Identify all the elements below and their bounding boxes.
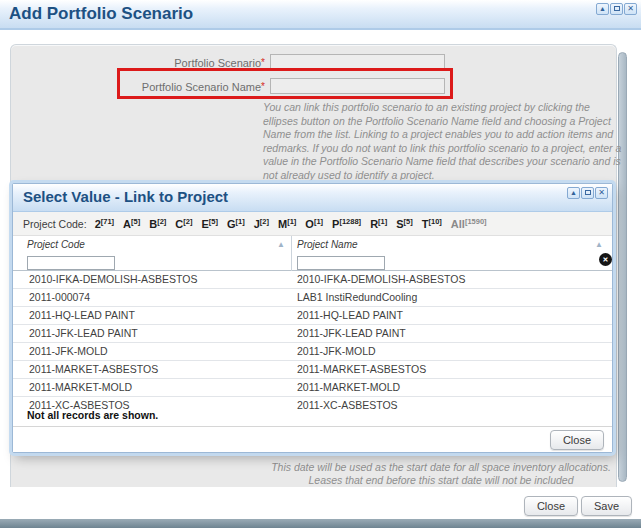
letter-filter-j[interactable]: J[2] [254,218,269,230]
select-dialog-title: Select Value - Link to Project [23,188,228,205]
save-button[interactable]: Save [581,496,632,516]
project-name-cell[interactable]: 2011-XC-ASBESTOS [297,399,398,411]
table-row[interactable]: 2011-MARKET-MOLD2011-MARKET-MOLD [13,379,612,397]
add-portfolio-scenario-window: Add Portfolio Scenario ▲ ✕ Portfolio Sce… [0,0,641,528]
sort-asc-icon[interactable]: ▲ [595,240,603,249]
project-name-cell[interactable]: 2011-JFK-LEAD PAINT [297,327,406,339]
project-code-cell[interactable]: 2011-JFK-LEAD PAINT [29,327,138,339]
table-row[interactable]: 2011-JFK-LEAD PAINT2011-JFK-LEAD PAINT [13,325,612,343]
letter-filter-all[interactable]: All[1590] [451,218,487,230]
project-name-cell[interactable]: 2011-MARKET-MOLD [297,381,400,393]
table-row[interactable]: 2011-MARKET-ASBESTOS2011-MARKET-ASBESTOS [13,361,612,379]
main-dialog-titlebar: Add Portfolio Scenario ▲ ✕ [0,0,641,30]
letter-filter-e[interactable]: E[5] [201,218,218,230]
project-name-cell[interactable]: 2011-JFK-MOLD [297,345,376,357]
select-window-controls: ▲ ✕ [567,187,608,199]
main-dialog-title: Add Portfolio Scenario [9,4,193,24]
maximize-square-shape [614,6,620,11]
table-body: 2010-IFKA-DEMOLISH-ASBESTOS2010-IFKA-DEM… [13,271,612,411]
letter-filter-s[interactable]: S[5] [396,218,413,230]
select-value-dialog: Select Value - Link to Project ▲ ✕ Proje… [12,183,613,453]
close-icon[interactable]: ✕ [595,187,608,199]
project-code-cell[interactable]: 2011-MARKET-ASBESTOS [29,363,158,375]
letter-filter-g[interactable]: G[1] [227,218,245,230]
table-row[interactable]: 2011-HQ-LEAD PAINT2011-HQ-LEAD PAINT [13,307,612,325]
table-row[interactable]: 2011-000074LAB1 InstiRedundCooling [13,289,612,307]
required-asterisk: * [261,57,265,68]
sort-asc-icon[interactable]: ▲ [277,240,285,249]
main-dialog-footer: Close Save [0,487,641,519]
project-name-column-header[interactable]: Project Name [297,239,358,250]
project-code-cell[interactable]: 2011-000074 [29,291,90,303]
project-code-cell[interactable]: 2010-IFKA-DEMOLISH-ASBESTOS [29,273,197,285]
project-code-column-header[interactable]: Project Code [27,239,85,250]
letter-filter-o[interactable]: O[1] [305,218,323,230]
project-name-cell[interactable]: LAB1 InstiRedundCooling [297,291,417,303]
table-row[interactable]: 2011-JFK-MOLD2011-JFK-MOLD [13,343,612,361]
table-row[interactable]: 2010-IFKA-DEMOLISH-ASBESTOS2010-IFKA-DEM… [13,271,612,289]
close-button[interactable]: Close [524,496,578,516]
project-name-cell[interactable]: 2011-MARKET-ASBESTOS [297,363,426,375]
letter-filter-m[interactable]: M[1] [278,218,296,230]
start-date-note: This date will be used as the start date… [255,461,627,487]
table-header: Project Code ▲ Project Name ▲ [13,236,612,271]
letter-filter-b[interactable]: B[2] [149,218,166,230]
select-dialog-titlebar: Select Value - Link to Project ▲ ✕ [13,184,612,212]
close-icon[interactable]: ✕ [624,3,637,15]
link-project-help-text: You can link this portfolio scenario to … [263,101,627,182]
letter-filter-c[interactable]: C[2] [175,218,192,230]
collapse-icon[interactable]: ▲ [567,187,580,199]
main-window-controls: ▲ ✕ [596,3,637,15]
maximize-icon[interactable] [581,187,594,199]
maximize-square-shape [585,190,591,195]
records-note: Not all records are shown. [27,409,158,421]
letter-filter-list: 2[71]A[5]B[2]C[2]E[5]G[1]J[2]M[1]O[1]P[1… [95,217,496,231]
window-bottom-strip [0,519,641,528]
project-code-filter-label: Project Code: [23,218,87,230]
letter-filter-bar: Project Code: 2[71]A[5]B[2]C[2]E[5]G[1]J… [13,212,612,236]
maximize-icon[interactable] [610,3,623,15]
project-name-cell[interactable]: 2011-HQ-LEAD PAINT [297,309,403,321]
select-dialog-close-button[interactable]: Close [550,430,604,450]
letter-filter-r[interactable]: R[1] [370,218,387,230]
letter-filter-p[interactable]: P[1288] [332,218,361,230]
column-divider [291,236,292,271]
collapse-icon[interactable]: ▲ [596,3,609,15]
project-code-cell[interactable]: 2011-HQ-LEAD PAINT [29,309,135,321]
letter-filter-a[interactable]: A[5] [123,218,140,230]
project-code-filter-input[interactable] [27,256,115,270]
letter-filter-2[interactable]: 2[71] [95,218,114,230]
letter-filter-t[interactable]: T[10] [422,218,442,230]
project-code-cell[interactable]: 2011-JFK-MOLD [29,345,108,357]
project-code-cell[interactable]: 2011-MARKET-MOLD [29,381,132,393]
clear-filter-icon[interactable]: ✕ [599,253,612,266]
project-name-filter-input[interactable] [297,256,385,270]
select-dialog-footer: Close [13,426,612,452]
project-name-cell[interactable]: 2010-IFKA-DEMOLISH-ASBESTOS [297,273,465,285]
highlight-red-box [117,68,453,99]
